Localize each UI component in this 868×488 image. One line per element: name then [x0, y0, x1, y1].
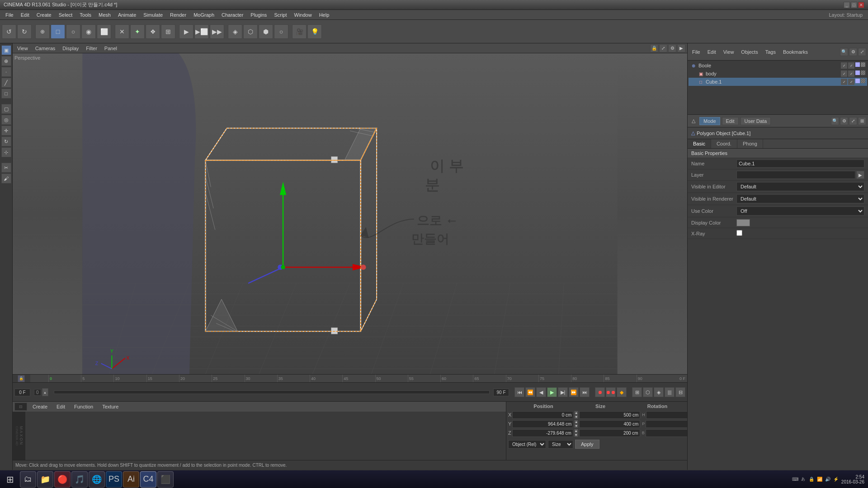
menu-tools[interactable]: Tools — [76, 11, 95, 19]
timeline-scrubber[interactable] — [54, 390, 490, 394]
wireframe-button[interactable]: ⬢ — [259, 24, 273, 39]
cube1-render-vis[interactable]: ✓ — [848, 79, 854, 85]
name-value[interactable] — [736, 160, 864, 168]
record-button[interactable]: ⏺ — [595, 387, 605, 397]
xray-checkbox[interactable] — [736, 230, 742, 236]
menu-mesh[interactable]: Mesh — [95, 11, 114, 19]
layer-value[interactable]: ▶ — [736, 171, 864, 179]
shading-button[interactable]: ⬡ — [243, 24, 258, 39]
left-tool-move[interactable]: ✛ — [1, 126, 11, 136]
redo-button[interactable]: ↻ — [17, 24, 32, 39]
z-pos-up[interactable]: ▲ — [574, 429, 578, 433]
x-size-input[interactable] — [579, 411, 640, 419]
minimize-button[interactable]: _ — [844, 2, 850, 8]
rp-file-menu[interactable]: File — [689, 48, 703, 56]
tree-item-boole[interactable]: ⊕ Boole ✓ ✓ — [689, 61, 867, 70]
viewport-display-menu[interactable]: Display — [60, 45, 81, 52]
render-mp-button[interactable]: ▶▶ — [210, 24, 224, 39]
taskbar-app-music[interactable]: 🎵 — [71, 471, 88, 488]
display-color-swatch[interactable] — [736, 219, 750, 226]
name-input[interactable] — [736, 160, 864, 168]
tab-phong[interactable]: Phong — [737, 139, 763, 148]
prev-frame-button[interactable]: ◀ — [536, 387, 546, 397]
powerslider-button[interactable]: ||| — [665, 387, 675, 397]
render-view-button[interactable]: ▶ — [179, 24, 193, 39]
body-render-vis[interactable]: ✓ — [848, 70, 854, 77]
prev-key-button[interactable]: ⏪ — [525, 387, 535, 397]
menu-render[interactable]: Render — [166, 11, 190, 19]
taskbar-app-explorer[interactable]: 🗂 — [20, 471, 36, 488]
boole-render-vis[interactable]: ✓ — [848, 62, 854, 69]
tab-edit[interactable]: Edit — [53, 403, 69, 410]
x-pos-up[interactable]: ▲ — [574, 411, 578, 415]
props-expand-icon[interactable]: ⤢ — [849, 117, 857, 125]
menu-script[interactable]: Script — [270, 11, 290, 19]
menu-mograph[interactable]: MoGraph — [190, 11, 218, 19]
tab-coord[interactable]: Coord. — [711, 139, 737, 148]
taskbar-app-red[interactable]: 🔴 — [54, 471, 71, 488]
left-tool-select[interactable]: ▢ — [1, 104, 11, 114]
search-icon[interactable]: 🔍 — [840, 48, 848, 56]
menu-character[interactable]: Character — [218, 11, 247, 19]
z-position-input[interactable] — [512, 429, 573, 437]
maximize-button[interactable]: □ — [851, 2, 857, 8]
menu-plugins[interactable]: Plugins — [247, 11, 270, 19]
props-settings-icon[interactable]: ⚙ — [840, 117, 848, 125]
visible-renderer-value[interactable]: Default On Off — [736, 194, 864, 203]
apply-button[interactable]: Apply — [575, 440, 599, 449]
render-picture-button[interactable]: ▶⬜ — [194, 24, 209, 39]
rp-edit-menu[interactable]: Edit — [705, 48, 719, 56]
props-search-icon[interactable]: 🔍 — [831, 117, 839, 125]
rotate-tool[interactable]: ❖ — [146, 24, 160, 39]
tree-item-cube1[interactable]: □ Cube.1 ✓ ✓ — [689, 78, 867, 86]
props-extra-icon[interactable]: ⊞ — [858, 117, 866, 125]
y-position-input[interactable] — [512, 420, 573, 428]
left-tool-texture[interactable]: ⊕ — [1, 56, 11, 66]
go-start-button[interactable]: ⏮ — [514, 387, 524, 397]
x-pos-stepper[interactable]: ▲ ▼ — [574, 411, 578, 419]
left-tool-brush[interactable]: 🖌 — [1, 174, 11, 183]
menu-file[interactable]: File — [2, 11, 17, 19]
menu-create[interactable]: Create — [33, 11, 55, 19]
title-bar-controls[interactable]: _ □ ✕ — [844, 2, 864, 8]
isoparm-button[interactable]: ○ — [274, 24, 288, 39]
menu-simulate[interactable]: Simulate — [140, 11, 166, 19]
taskbar-app-browser[interactable]: 🌐 — [89, 471, 105, 488]
tab-basic[interactable]: Basic — [688, 139, 711, 148]
keyframe-button[interactable]: ◆ — [617, 387, 627, 397]
xray-value[interactable] — [736, 230, 864, 237]
undo-button[interactable]: ↺ — [2, 24, 16, 39]
visible-editor-value[interactable]: Default On Off — [736, 182, 864, 191]
display-button[interactable]: ◈ — [228, 24, 242, 39]
close-button[interactable]: ✕ — [858, 2, 864, 8]
tab-texture[interactable]: Texture — [99, 403, 122, 410]
y-pos-stepper[interactable]: ▲ ▼ — [574, 420, 578, 428]
left-tool-point[interactable]: · — [1, 67, 11, 77]
left-tool-knife[interactable]: ✂ — [1, 163, 11, 173]
new-obj-button[interactable]: ⊕ — [35, 24, 50, 39]
size-mode-select[interactable]: Size Scale — [548, 440, 573, 449]
light-button[interactable]: 💡 — [307, 24, 322, 39]
x-position-input[interactable] — [512, 411, 573, 419]
use-color-value[interactable]: Off On Auto — [736, 206, 864, 216]
taskbar-app-illustrator[interactable]: Ai — [123, 471, 139, 488]
timeline-settings-button[interactable]: ⊟ — [675, 387, 685, 397]
taskbar-app-extra[interactable]: ⬛ — [157, 471, 174, 488]
viewport-expand-icon[interactable]: ⤢ — [659, 44, 667, 52]
move-tool[interactable]: ✦ — [130, 24, 145, 39]
menu-select[interactable]: Select — [55, 11, 76, 19]
menu-help[interactable]: Help — [316, 11, 333, 19]
edit-tab[interactable]: Edit — [722, 117, 739, 125]
next-key-button[interactable]: ⏩ — [569, 387, 579, 397]
use-color-select[interactable]: Off On Auto — [736, 206, 864, 216]
viewport-cameras-menu[interactable]: Cameras — [33, 45, 58, 52]
boole-editor-vis[interactable]: ✓ — [841, 62, 847, 69]
taskbar-app-cinema4d[interactable]: C4 — [140, 471, 156, 488]
visible-renderer-select[interactable]: Default On Off — [736, 194, 864, 203]
y-size-input[interactable] — [579, 420, 640, 428]
viewport-render-icon[interactable]: ▶ — [677, 44, 685, 52]
z-pos-stepper[interactable]: ▲ ▼ — [574, 429, 578, 437]
left-tool-scale[interactable]: ⊹ — [1, 147, 11, 157]
tab-function[interactable]: Function — [71, 403, 97, 410]
left-tool-poly[interactable]: □ — [1, 89, 11, 99]
